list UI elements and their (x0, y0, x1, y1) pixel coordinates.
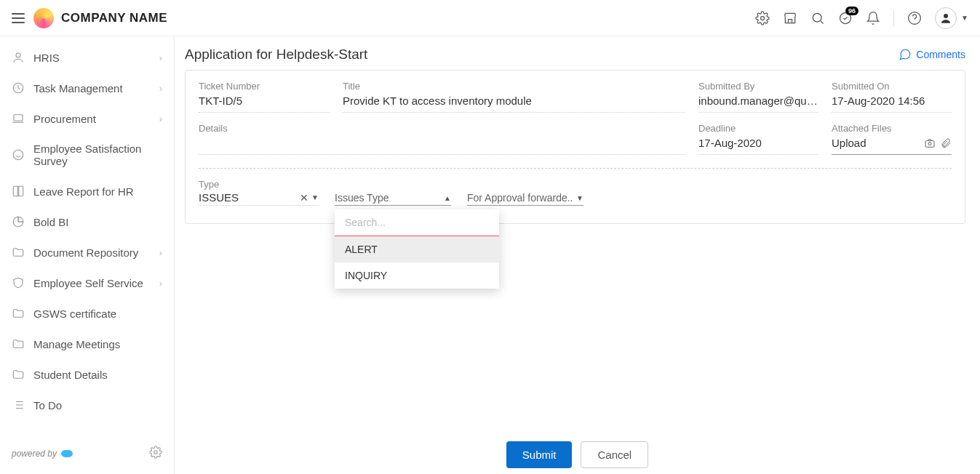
comments-label: Comments (916, 49, 965, 60)
laptop-icon (12, 112, 25, 125)
sidebar-item-todo[interactable]: To Do (0, 390, 174, 420)
folder-icon (12, 307, 25, 320)
field-label: Deadline (698, 123, 818, 134)
submitted-by-field: Submitted By inbound.manager@qui… (698, 81, 818, 113)
issues-type-placeholder: Issues Type (335, 192, 444, 204)
shield-icon (12, 276, 25, 289)
sidebar-item-leave-report[interactable]: Leave Report for HR (0, 176, 174, 206)
form-card: Ticket Number TKT-ID/5 Title Provide KT … (185, 70, 965, 224)
clock-icon (12, 81, 25, 95)
user-icon (12, 51, 25, 64)
sidebar-item-boldbi[interactable]: Bold BI (0, 206, 174, 237)
svg-rect-10 (925, 140, 934, 147)
sidebar-item-task-management[interactable]: Task Management › (0, 73, 174, 103)
field-value: 17-Aug-2020 14:56 (832, 95, 952, 109)
store-icon[interactable] (783, 11, 797, 25)
field-label: Details (199, 123, 685, 134)
field-label: Type (199, 179, 319, 190)
sidebar-item-hris[interactable]: HRIS › (0, 42, 174, 73)
help-icon[interactable] (907, 11, 922, 25)
submitted-on-field: Submitted On 17-Aug-2020 14:56 (832, 81, 952, 113)
field-label: Ticket Number (199, 81, 330, 92)
gear-icon[interactable] (755, 11, 770, 25)
sidebar-item-label: Task Management (33, 82, 159, 95)
sidebar-settings-icon[interactable] (149, 446, 162, 461)
sidebar-footer: powered by (0, 438, 174, 468)
chevron-down-icon: ▼ (961, 14, 968, 22)
sidebar-item-meetings[interactable]: Manage Meetings (0, 329, 174, 359)
svg-point-3 (909, 12, 921, 24)
sidebar-item-student[interactable]: Student Details (0, 359, 174, 390)
svg-rect-7 (14, 115, 23, 121)
dropdown-option-inquiry[interactable]: INQUIRY (335, 262, 499, 289)
avatar-icon (935, 7, 957, 29)
pie-chart-icon (12, 215, 25, 228)
sidebar-item-doc-repo[interactable]: Document Repository › (0, 237, 174, 268)
chevron-right-icon: › (159, 247, 162, 258)
sidebar-item-survey[interactable]: Employee Satisfaction Survey (0, 134, 174, 176)
company-logo-icon (33, 8, 54, 28)
chevron-right-icon: › (159, 113, 162, 124)
svg-point-1 (813, 13, 821, 22)
main-content: Application for Helpdesk-Start Comments … (175, 36, 980, 474)
details-field[interactable]: Details (199, 123, 685, 155)
user-menu[interactable]: ▼ (935, 7, 968, 29)
tasks-icon[interactable]: 96 (838, 11, 853, 25)
sidebar-item-label: HRIS (33, 52, 159, 64)
chevron-down-icon: ▼ (576, 194, 583, 202)
attached-files-field[interactable]: Attached Files Upload (832, 123, 952, 155)
deadline-field: Deadline 17-Aug-2020 (698, 123, 818, 155)
clear-icon[interactable]: ✕ (300, 192, 308, 204)
sidebar-item-label: Employee Self Service (33, 277, 159, 289)
upload-label: Upload (832, 137, 920, 151)
for-approval-select[interactable]: For Approval forwarde.. ▼ (467, 192, 583, 206)
sidebar-item-label: Student Details (33, 369, 162, 381)
type-value: ISSUES (199, 191, 300, 204)
type-select[interactable]: Type ISSUES ✕ ▼ (199, 179, 319, 206)
folder-icon (12, 246, 25, 259)
svg-point-11 (928, 142, 931, 145)
svg-point-9 (154, 451, 158, 454)
paperclip-icon[interactable] (940, 137, 952, 151)
sidebar-item-label: To Do (33, 399, 162, 411)
powered-by-label: powered by (12, 449, 57, 459)
svg-point-4 (944, 14, 948, 18)
chevron-down-icon[interactable]: ▼ (311, 193, 319, 201)
bell-icon[interactable] (866, 11, 880, 25)
folder-icon (12, 337, 25, 350)
dropdown-option-alert[interactable]: ALERT (335, 236, 499, 262)
field-label: Title (343, 81, 685, 92)
title-field: Title Provide KT to access inventory mod… (343, 81, 685, 113)
search-icon[interactable] (810, 11, 825, 25)
cancel-button[interactable]: Cancel (581, 441, 648, 468)
chevron-up-icon: ▲ (444, 194, 451, 202)
svg-point-8 (13, 150, 23, 160)
ticket-number-field: Ticket Number TKT-ID/5 (199, 81, 330, 113)
app-header: COMPANY NAME 96 ▼ (0, 0, 980, 36)
submit-button[interactable]: Submit (506, 441, 573, 468)
svg-point-5 (16, 53, 20, 57)
chevron-right-icon: › (159, 83, 162, 94)
svg-point-0 (761, 16, 765, 20)
issues-type-dropdown: ALERT INQUIRY (335, 209, 499, 289)
sidebar-item-gsws[interactable]: GSWS certificate (0, 298, 174, 329)
menu-toggle-icon[interactable] (12, 13, 25, 23)
field-label: Attached Files (832, 123, 952, 134)
dropdown-search-input[interactable] (335, 209, 499, 236)
book-icon (12, 185, 25, 198)
header-icons: 96 ▼ (755, 7, 968, 29)
company-name: COMPANY NAME (61, 11, 167, 25)
issues-type-select[interactable]: Issues Type ▲ ALERT INQUIRY (335, 192, 451, 206)
comments-link[interactable]: Comments (899, 48, 965, 61)
sidebar-item-ess[interactable]: Employee Self Service › (0, 268, 174, 298)
sidebar-item-label: Document Repository (33, 246, 159, 259)
header-divider (893, 10, 894, 26)
section-divider (199, 168, 952, 169)
field-label: Submitted On (832, 81, 952, 92)
sidebar-item-procurement[interactable]: Procurement › (0, 103, 174, 134)
list-icon (12, 398, 25, 411)
field-label: Submitted By (698, 81, 818, 92)
camera-icon[interactable] (924, 137, 936, 151)
page-title: Application for Helpdesk-Start (185, 47, 367, 63)
chevron-right-icon: › (159, 52, 162, 63)
